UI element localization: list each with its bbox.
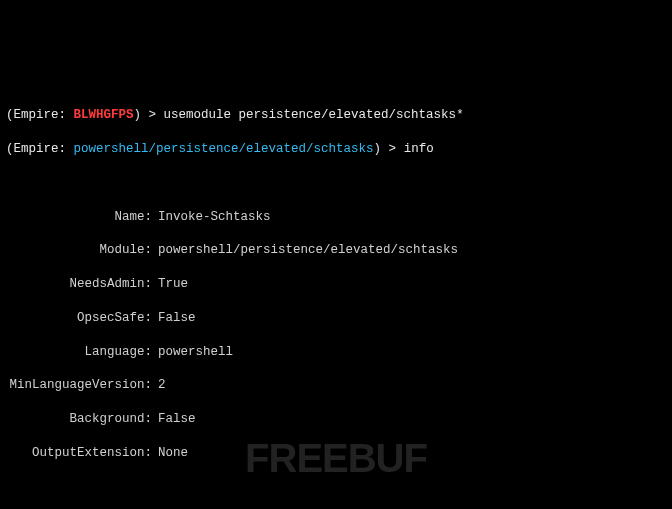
command-1: usemodule persistence/elevated/schtasks* <box>164 108 464 122</box>
info-row-minlang: MinLanguageVersion:2 <box>6 377 666 394</box>
info-row-needsadmin: NeedsAdmin:True <box>6 276 666 293</box>
empire-label: Empire <box>14 142 59 156</box>
terminal-output[interactable]: (Empire: BLWHGFPS) > usemodule persisten… <box>6 74 666 510</box>
info-row-background: Background:False <box>6 411 666 428</box>
info-row-outputext: OutputExtension:None <box>6 445 666 462</box>
prompt-line-2: (Empire: powershell/persistence/elevated… <box>6 141 666 158</box>
info-row-opsecsafe: OpsecSafe:False <box>6 310 666 327</box>
agent-name: BLWHGFPS <box>74 108 134 122</box>
empire-label: Empire <box>14 108 59 122</box>
info-row-language: Language:powershell <box>6 344 666 361</box>
command-2: info <box>404 142 434 156</box>
module-context: powershell/persistence/elevated/schtasks <box>74 142 374 156</box>
prompt-line-1: (Empire: BLWHGFPS) > usemodule persisten… <box>6 107 666 124</box>
info-row-name: Name:Invoke-Schtasks <box>6 209 666 226</box>
info-row-module: Module:powershell/persistence/elevated/s… <box>6 242 666 259</box>
